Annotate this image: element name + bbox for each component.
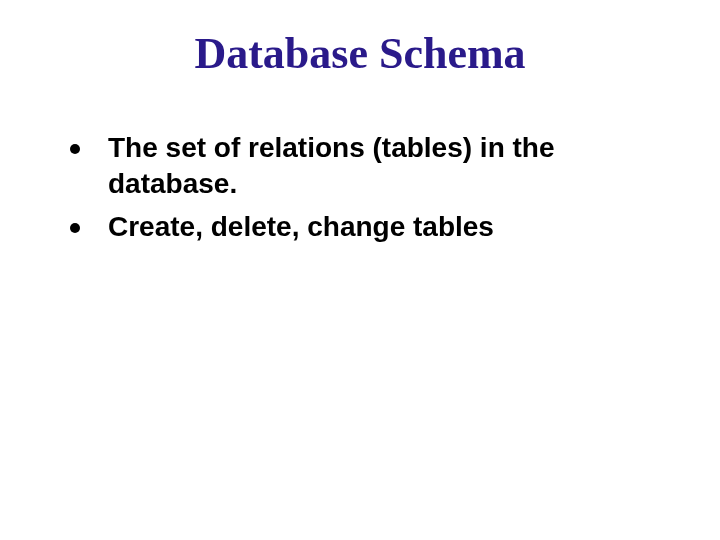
bullet-item: Create, delete, change tables [70, 209, 670, 245]
bullet-text: Create, delete, change tables [108, 209, 494, 245]
bullet-icon [70, 223, 80, 233]
slide-title: Database Schema [0, 28, 720, 79]
bullet-icon [70, 144, 80, 154]
slide: Database Schema The set of relations (ta… [0, 0, 720, 540]
bullet-text: The set of relations (tables) in the dat… [108, 130, 670, 203]
bullet-item: The set of relations (tables) in the dat… [70, 130, 670, 203]
slide-content: The set of relations (tables) in the dat… [70, 130, 670, 251]
